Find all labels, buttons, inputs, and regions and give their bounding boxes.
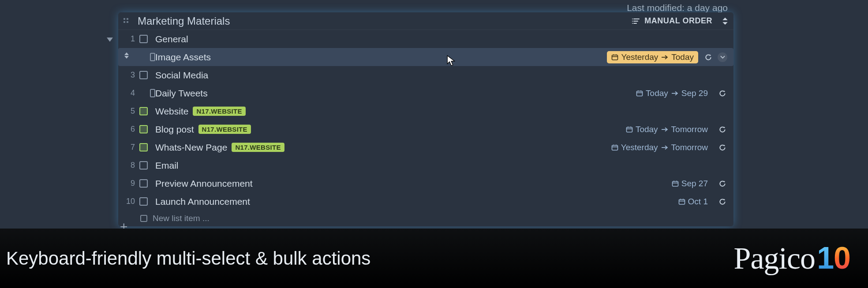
date-chip[interactable]: TodaySep 29 [632, 87, 712, 100]
task-label[interactable]: Social Media [155, 70, 208, 81]
task-checkbox[interactable] [150, 53, 155, 61]
list-row[interactable]: 1 General [118, 30, 733, 48]
cursor-icon [447, 55, 456, 64]
list-title[interactable]: Marketing Materials [138, 15, 632, 27]
task-checkbox[interactable] [139, 71, 148, 79]
date-to: Tomorrow [671, 143, 708, 152]
footer-banner: Keyboard-friendly multi-select & bulk ac… [0, 229, 868, 288]
arrow-right-icon [662, 127, 668, 132]
task-checkbox[interactable] [139, 161, 148, 170]
task-label[interactable]: General [155, 34, 188, 44]
list-row[interactable]: 8 Email [118, 156, 733, 174]
sort-control[interactable]: MANUAL ORDER [632, 16, 728, 26]
arrow-right-icon [662, 145, 668, 150]
task-label[interactable]: Daily Tweets [155, 88, 208, 99]
sort-updown-icon [722, 18, 728, 25]
date-chip[interactable]: TodayTomorrow [621, 123, 712, 136]
list-row[interactable]: 10 Launch Announcement Oct 1 [118, 192, 733, 210]
new-item-row[interactable]: New list item ... [118, 210, 733, 226]
list-row[interactable]: 6 Blog post N17.WEBSITE TodayTomorrow [118, 120, 733, 138]
tagline: Keyboard-friendly multi-select & bulk ac… [6, 248, 370, 269]
arrow-right-icon [672, 91, 678, 96]
svg-rect-26 [672, 181, 678, 186]
row-number: 8 [118, 161, 139, 170]
date-chip[interactable]: YesterdayTomorrow [607, 141, 712, 154]
task-list-panel: Marketing Materials MANUAL ORDER 1 Gener… [118, 12, 733, 226]
task-checkbox[interactable] [139, 125, 148, 133]
date-chip[interactable]: Oct 1 [674, 196, 712, 208]
expand-row-button[interactable] [718, 52, 727, 62]
row-number: 10 [118, 197, 139, 206]
svg-rect-21 [612, 145, 617, 150]
row-number: 6 [118, 125, 139, 134]
list-order-icon [632, 17, 640, 25]
recur-icon[interactable] [718, 179, 727, 188]
date-from: Yesterday [621, 52, 658, 62]
row-number: 7 [118, 143, 139, 152]
row-number: 9 [118, 179, 139, 188]
task-checkbox[interactable] [139, 143, 148, 151]
list-row[interactable]: Image Assets YesterdayToday [118, 48, 733, 66]
task-label[interactable]: Email [155, 160, 179, 171]
new-item-checkbox-icon [140, 215, 147, 222]
task-label[interactable]: Blog post [155, 124, 194, 135]
recur-icon[interactable] [718, 89, 727, 98]
task-label[interactable]: Image Assets [155, 52, 211, 63]
row-number: 1 [118, 34, 139, 44]
date-text: Sep 27 [681, 179, 708, 188]
row-number: 5 [118, 107, 139, 116]
task-label[interactable]: Preview Announcement [155, 178, 253, 189]
task-checkbox[interactable] [139, 179, 148, 188]
task-label[interactable]: Website [155, 106, 188, 117]
date-chip[interactable]: YesterdayToday [607, 51, 698, 63]
task-checkbox[interactable] [139, 197, 148, 206]
list-row[interactable]: 7 Whats-New Page N17.WEBSITE YesterdayTo… [118, 138, 733, 156]
date-from: Today [636, 125, 658, 134]
list-row[interactable]: 5 Website N17.WEBSITE [118, 102, 733, 120]
task-label[interactable]: Whats-New Page [155, 142, 227, 153]
svg-rect-11 [637, 91, 643, 96]
collapse-toggle[interactable] [103, 31, 116, 48]
date-from: Yesterday [621, 143, 658, 152]
date-text: Oct 1 [688, 197, 708, 207]
project-tag[interactable]: N17.WEBSITE [232, 143, 284, 152]
project-tag[interactable]: N17.WEBSITE [193, 107, 245, 116]
svg-rect-30 [679, 199, 685, 204]
task-label[interactable]: Launch Announcement [155, 196, 250, 207]
arrow-right-icon [662, 55, 668, 59]
sort-mode-label: MANUAL ORDER [644, 16, 712, 26]
list-row[interactable]: 4 Daily Tweets TodaySep 29 [118, 84, 733, 102]
project-tag[interactable]: N17.WEBSITE [198, 125, 251, 134]
task-checkbox[interactable] [139, 107, 148, 115]
date-from: Today [646, 89, 668, 98]
date-chip[interactable]: Sep 27 [667, 177, 712, 190]
reorder-handle-icon[interactable] [124, 52, 129, 59]
product-logo: Pagico10 [734, 240, 850, 276]
row-number: 3 [118, 70, 139, 80]
drag-handle-icon[interactable] [123, 18, 130, 24]
row-number: 4 [118, 89, 139, 98]
svg-rect-6 [612, 55, 618, 60]
date-to: Tomorrow [671, 125, 708, 134]
list-header: Marketing Materials MANUAL ORDER [118, 12, 733, 30]
svg-rect-16 [626, 127, 632, 132]
task-checkbox[interactable] [139, 35, 148, 43]
recur-icon[interactable] [703, 52, 713, 62]
list-row[interactable]: 9 Preview Announcement Sep 27 [118, 174, 733, 192]
last-modified-label: Last modified: a day ago [627, 3, 728, 13]
list-row[interactable]: 3 Social Media [118, 66, 733, 84]
task-checkbox[interactable] [150, 89, 155, 97]
date-to: Today [671, 52, 694, 62]
recur-icon[interactable] [718, 197, 727, 207]
new-item-placeholder: New list item ... [153, 214, 210, 223]
recur-icon[interactable] [718, 143, 727, 152]
recur-icon[interactable] [718, 125, 727, 134]
date-to: Sep 29 [681, 89, 708, 98]
